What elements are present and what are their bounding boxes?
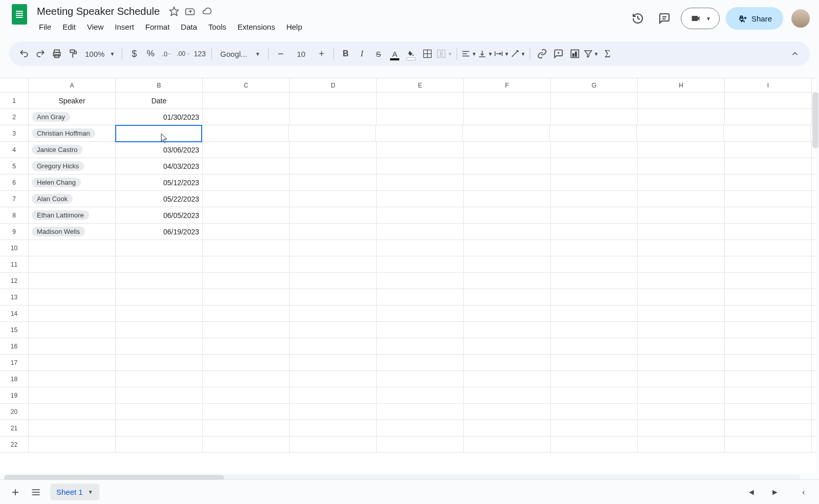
paint-format-button[interactable] (66, 46, 81, 61)
cell-F16[interactable] (464, 338, 551, 354)
rotate-button[interactable]: ▼ (510, 49, 526, 58)
menu-data[interactable]: Data (176, 19, 202, 34)
cell-C5[interactable] (203, 158, 290, 174)
sheet-tab[interactable]: Sheet 1▼ (50, 484, 99, 500)
cell-C8[interactable] (203, 207, 290, 223)
cell-A8[interactable]: Ethan Lattimore (29, 207, 116, 223)
cell-D15[interactable] (290, 322, 377, 338)
link-button[interactable] (534, 46, 550, 61)
cell-G5[interactable] (551, 158, 638, 174)
cell-C19[interactable] (203, 387, 290, 403)
print-button[interactable] (49, 46, 64, 61)
cell-G17[interactable] (551, 355, 638, 370)
cell-E6[interactable] (377, 174, 464, 190)
select-all-corner[interactable] (0, 78, 29, 92)
col-header-A[interactable]: A (29, 78, 116, 92)
cell-G1[interactable] (551, 93, 638, 108)
col-header-F[interactable]: F (464, 78, 551, 92)
cell-B7[interactable]: 05/22/2023 (116, 191, 203, 207)
chart-button[interactable] (567, 46, 583, 61)
cell-E4[interactable] (377, 142, 464, 158)
cell-E11[interactable] (377, 256, 464, 272)
cell-A16[interactable] (29, 338, 116, 354)
functions-button[interactable]: Σ (600, 46, 615, 61)
font-select[interactable]: Googl...▼ (216, 50, 264, 58)
cell-B8[interactable]: 06/05/2023 (116, 207, 203, 223)
font-size-input[interactable]: 10 (293, 50, 309, 58)
cell-I18[interactable] (725, 371, 812, 387)
cell-H9[interactable] (638, 224, 725, 239)
cell-D12[interactable] (290, 273, 377, 289)
cell-I22[interactable] (725, 436, 812, 452)
cell-D21[interactable] (290, 420, 377, 436)
row-header[interactable]: 16 (0, 338, 29, 354)
cell-I12[interactable] (725, 273, 812, 289)
cell-C10[interactable] (203, 240, 290, 256)
cell-F15[interactable] (464, 322, 551, 338)
undo-button[interactable] (16, 46, 32, 61)
cell-F6[interactable] (464, 174, 551, 190)
cell-I13[interactable] (725, 289, 812, 305)
cell-D11[interactable] (290, 256, 377, 272)
col-header-G[interactable]: G (551, 78, 638, 92)
cell-B4[interactable]: 03/06/2023 (116, 142, 203, 158)
cell-A14[interactable] (29, 305, 116, 321)
filter-button[interactable]: ▼ (584, 49, 599, 58)
cell-E9[interactable] (377, 224, 464, 239)
cell-F22[interactable] (464, 436, 551, 452)
cell-I8[interactable] (725, 207, 812, 223)
speaker-chip[interactable]: Madison Wells (32, 227, 85, 236)
cell-E18[interactable] (377, 371, 464, 387)
row-header[interactable]: 21 (0, 420, 29, 436)
cell-F21[interactable] (464, 420, 551, 436)
menu-extensions[interactable]: Extensions (232, 19, 280, 34)
cell-B17[interactable] (116, 355, 203, 370)
bold-button[interactable]: B (338, 46, 353, 61)
wrap-button[interactable]: ▼ (494, 49, 509, 58)
cell-E21[interactable] (377, 420, 464, 436)
cell-A7[interactable]: Alan Cook (29, 191, 116, 207)
cell-B12[interactable] (116, 273, 203, 289)
add-sheet-button[interactable]: + (5, 482, 26, 502)
cell-I14[interactable] (725, 305, 812, 321)
cell-C9[interactable] (203, 224, 290, 239)
cell-A5[interactable]: Gregory Hicks (29, 158, 116, 174)
cell-C21[interactable] (203, 420, 290, 436)
row-header[interactable]: 5 (0, 158, 29, 174)
cell-D18[interactable] (290, 371, 377, 387)
cell-C13[interactable] (203, 289, 290, 305)
col-header-H[interactable]: H (638, 78, 725, 92)
cloud-status-icon[interactable] (202, 6, 212, 16)
cell-I4[interactable] (725, 142, 812, 158)
cell-G9[interactable] (551, 224, 638, 239)
cell-D7[interactable] (290, 191, 377, 207)
doc-title[interactable]: Meeting Speaker Schedule (34, 5, 163, 18)
cell-E5[interactable] (377, 158, 464, 174)
cell-F3[interactable] (463, 125, 550, 141)
cell-G22[interactable] (551, 436, 638, 452)
cell-B11[interactable] (116, 256, 203, 272)
cell-A22[interactable] (29, 436, 116, 452)
spreadsheet-grid[interactable]: ABCDEFGHI 1SpeakerDate2Ann Gray01/30/202… (0, 78, 816, 473)
cell-B18[interactable] (116, 371, 203, 387)
cell-H13[interactable] (638, 289, 725, 305)
cell-G18[interactable] (551, 371, 638, 387)
row-header[interactable]: 10 (0, 240, 29, 256)
vertical-scrollbar[interactable] (812, 92, 819, 473)
cell-H20[interactable] (638, 404, 725, 420)
cell-H3[interactable] (637, 125, 724, 141)
cell-H17[interactable] (638, 355, 725, 370)
redo-button[interactable] (33, 46, 48, 61)
italic-button[interactable]: I (354, 46, 370, 61)
cell-G21[interactable] (551, 420, 638, 436)
menu-view[interactable]: View (82, 19, 109, 34)
cell-E16[interactable] (377, 338, 464, 354)
cell-F8[interactable] (464, 207, 551, 223)
cell-F14[interactable] (464, 305, 551, 321)
speaker-chip[interactable]: Ethan Lattimore (32, 210, 89, 220)
meet-button[interactable]: ▼ (681, 8, 720, 29)
cell-A15[interactable] (29, 322, 116, 338)
cell-H14[interactable] (638, 305, 725, 321)
cell-B16[interactable] (116, 338, 203, 354)
cell-I3[interactable] (724, 125, 811, 141)
